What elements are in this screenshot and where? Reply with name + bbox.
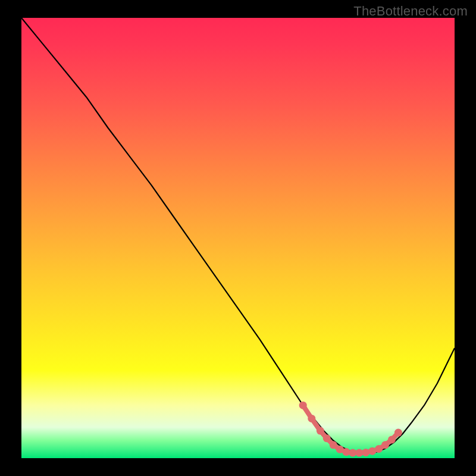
flat-zone-dots xyxy=(299,402,402,457)
flat-zone-dot xyxy=(388,436,396,443)
flat-zone-dot xyxy=(299,402,307,409)
flat-zone-dot xyxy=(375,445,383,453)
flat-zone-dot xyxy=(381,441,389,449)
flat-zone-dot xyxy=(317,427,324,435)
flat-zone-dot xyxy=(330,441,337,449)
flat-zone-dot xyxy=(362,449,369,456)
curve-layer xyxy=(21,18,455,458)
flat-zone-dot xyxy=(308,415,315,422)
plot-area xyxy=(21,18,455,458)
chart-container: TheBottleneck.com xyxy=(0,0,476,476)
watermark-text: TheBottleneck.com xyxy=(353,4,468,19)
flat-zone-dot xyxy=(323,434,331,442)
flat-zone-dot xyxy=(343,448,350,456)
flat-zone-dot xyxy=(394,429,402,437)
bottleneck-curve xyxy=(21,18,455,453)
